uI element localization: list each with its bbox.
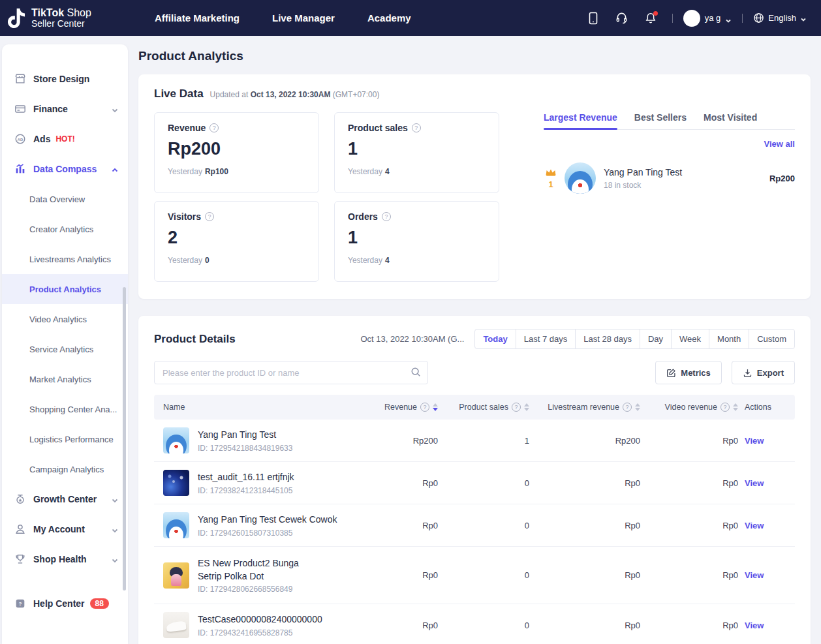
sidebar-subitem-livestreams-analytics[interactable]: Livestreams Analytics — [2, 244, 128, 274]
user-menu[interactable]: ya g — [683, 10, 732, 27]
help-count-badge: 88 — [90, 598, 109, 609]
top-nav: Affiliate Marketing Live Manager Academy — [155, 12, 411, 23]
product-id: ID: 1729542188434819633 — [198, 444, 292, 453]
sort-control[interactable] — [635, 403, 640, 411]
chevron-up-icon — [111, 165, 119, 173]
info-icon[interactable]: ? — [205, 212, 214, 221]
chevron-down-icon — [725, 15, 732, 22]
sidebar-subitem-logistics-performance[interactable]: Logistics Performance — [2, 424, 128, 454]
sidebar-subitem-shopping-center-analytics[interactable]: Shopping Center Ana... — [2, 394, 128, 424]
sidebar-item-finance[interactable]: Finance — [2, 94, 128, 124]
column-livestream-revenue[interactable]: Livestream revenue? — [529, 403, 640, 412]
view-link[interactable]: View — [738, 478, 764, 488]
sort-control[interactable] — [433, 403, 438, 411]
sidebar-subitem-campaign-analytics[interactable]: Campaign Analytics — [2, 454, 128, 484]
tab-best-sellers[interactable]: Best Sellers — [634, 112, 687, 129]
range-today-button[interactable]: Today — [474, 329, 516, 349]
sidebar-item-label: Finance — [33, 104, 68, 114]
language-selector[interactable]: English — [753, 12, 807, 23]
info-icon[interactable]: ? — [209, 123, 219, 132]
column-video-revenue[interactable]: Video revenue? — [640, 403, 738, 412]
tab-most-visited[interactable]: Most Visited — [704, 112, 757, 129]
sidebar-item-growth-center[interactable]: Growth Center — [2, 484, 128, 514]
edit-square-icon — [666, 368, 676, 378]
svg-text:?: ? — [19, 601, 22, 607]
export-button[interactable]: Export — [732, 361, 795, 384]
metric-card-product-sales: Product sales? 1 Yesterday4 — [334, 112, 499, 193]
sidebar-item-ads[interactable]: AD Ads HOT! — [2, 124, 128, 154]
info-icon[interactable]: ? — [623, 403, 632, 412]
column-revenue[interactable]: Revenue? — [369, 403, 438, 412]
yesterday-value: 4 — [385, 167, 390, 176]
language-label: English — [768, 13, 796, 23]
notifications-bell-icon[interactable] — [640, 7, 662, 29]
range-week-button[interactable]: Week — [671, 329, 709, 349]
metric-value: 1 — [348, 139, 486, 159]
info-icon[interactable]: ? — [382, 212, 391, 221]
range-custom-button[interactable]: Custom — [749, 329, 795, 349]
table-row: TestCase00000082400000000ID: 17294324169… — [154, 604, 795, 644]
metrics-button[interactable]: Metrics — [655, 361, 722, 384]
metric-label: Visitors — [168, 211, 201, 222]
sidebar-item-store-design[interactable]: Store Design — [2, 64, 128, 94]
info-icon[interactable]: ? — [512, 403, 521, 412]
revenue-cell: Rp0 — [369, 478, 438, 488]
sort-control[interactable] — [733, 403, 738, 411]
chevron-down-icon — [111, 555, 119, 563]
sidebar-item-label: My Account — [33, 524, 85, 534]
info-icon[interactable]: ? — [420, 403, 429, 412]
app-logo[interactable]: TikTok Shop Seller Center — [0, 7, 140, 29]
range-month-button[interactable]: Month — [709, 329, 749, 349]
sort-control[interactable] — [524, 403, 529, 411]
view-link[interactable]: View — [738, 621, 764, 630]
page-title: Product Analytics — [138, 49, 811, 63]
sidebar-subitem-market-analytics[interactable]: Market Analytics — [2, 364, 128, 394]
product-sales-cell: 0 — [438, 478, 529, 488]
support-headset-icon[interactable] — [611, 7, 633, 29]
sidebar-subitem-service-analytics[interactable]: Service Analytics — [2, 334, 128, 364]
sidebar-item-data-compass[interactable]: Data Compass — [2, 154, 128, 184]
info-icon[interactable]: ? — [720, 403, 730, 412]
sidebar-item-help-center[interactable]: ? Help Center 88 — [2, 589, 128, 619]
notification-dot — [653, 11, 658, 16]
metric-card-visitors: Visitors? 2 Yesterday0 — [154, 201, 319, 282]
revenue-cell: Rp0 — [369, 521, 438, 530]
sidebar-item-my-account[interactable]: My Account — [2, 514, 128, 544]
metric-label: Revenue — [168, 123, 206, 133]
table-row: Yang Pan Ting Test Cewek CowokID: 172942… — [154, 504, 795, 547]
nav-live-manager[interactable]: Live Manager — [272, 12, 335, 23]
range-last-28-days-button[interactable]: Last 28 days — [575, 329, 640, 349]
yesterday-label: Yesterday — [348, 256, 382, 265]
sidebar-subitem-creator-analytics[interactable]: Creator Analytics — [2, 214, 128, 244]
range-day-button[interactable]: Day — [640, 329, 672, 349]
info-icon[interactable]: ? — [412, 123, 421, 132]
metric-value: 1 — [348, 228, 486, 248]
sidebar-scrollbar[interactable] — [123, 287, 126, 590]
ranking-item[interactable]: 1 Yang Pan Ting Test 18 in stock Rp200 — [544, 162, 795, 194]
view-link[interactable]: View — [738, 436, 764, 446]
search-input[interactable] — [154, 361, 428, 384]
nav-affiliate-marketing[interactable]: Affiliate Marketing — [155, 12, 240, 23]
metric-cards: Revenue? Rp200 YesterdayRp100 Product sa… — [154, 112, 499, 282]
product-details-panel: Product Details Oct 13, 2022 10:30AM (G.… — [138, 316, 811, 644]
view-all-link[interactable]: View all — [764, 139, 795, 149]
person-icon — [14, 523, 27, 536]
product-thumbnail — [163, 470, 189, 496]
range-last-7-days-button[interactable]: Last 7 days — [516, 329, 576, 349]
mobile-app-icon[interactable] — [582, 7, 604, 29]
tab-largest-revenue[interactable]: Largest Revenue — [544, 112, 617, 129]
view-link[interactable]: View — [738, 570, 764, 580]
sidebar-subitem-data-overview[interactable]: Data Overview — [2, 184, 128, 214]
livestream-revenue-cell: Rp0 — [529, 521, 640, 530]
search-icon[interactable] — [410, 367, 421, 380]
metric-value: 2 — [168, 228, 305, 248]
sidebar-subitem-video-analytics[interactable]: Video Analytics — [2, 304, 128, 334]
revenue-cell: Rp0 — [369, 570, 438, 580]
yesterday-label: Yesterday — [168, 256, 202, 265]
sidebar-item-shop-health[interactable]: Shop Health — [2, 544, 128, 574]
view-link[interactable]: View — [738, 521, 764, 530]
nav-academy[interactable]: Academy — [367, 12, 411, 23]
column-product-sales[interactable]: Product sales? — [438, 403, 529, 412]
sidebar-subitem-product-analytics[interactable]: Product Analytics — [2, 274, 128, 304]
table-row: ES New Product2 Bunga Setrip Polka DotID… — [154, 547, 795, 604]
